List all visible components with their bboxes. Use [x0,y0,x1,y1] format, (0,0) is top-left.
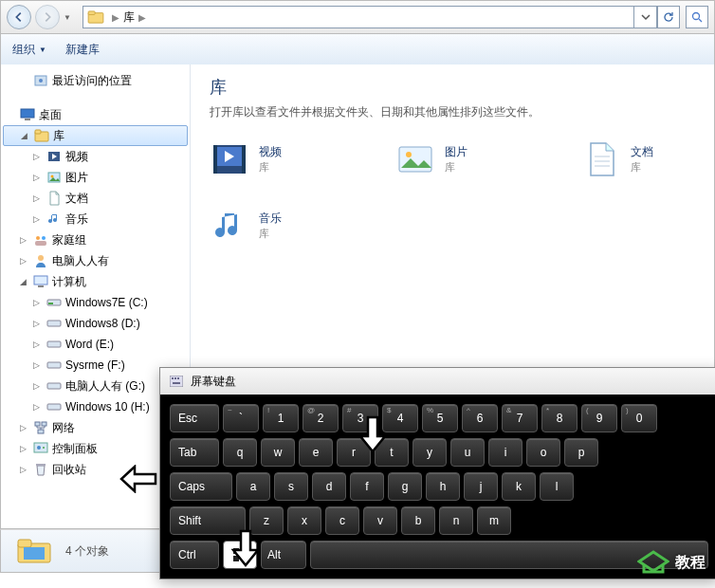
page-title: 库 [210,76,695,99]
svg-rect-38 [242,145,246,174]
key-c[interactable]: c [325,506,359,535]
svg-rect-46 [24,547,45,560]
key-a[interactable]: a [236,472,270,501]
key-4[interactable]: $4 [382,404,418,432]
arrow-right-icon [41,10,54,24]
annotation-arrow-left [119,465,157,493]
osk-titlebar[interactable]: 屏幕键盘 [160,368,715,395]
key-i[interactable]: i [488,438,522,467]
svg-rect-9 [35,130,41,134]
key-alt[interactable]: Alt [261,541,306,569]
key-0[interactable]: )0 [621,404,657,432]
refresh-button[interactable] [657,6,680,28]
tree-videos[interactable]: ▷ 视频 [1,146,190,167]
tree-recent-places[interactable]: 最近访问的位置 [1,70,190,91]
tree-desktop[interactable]: 桌面 [1,104,190,125]
key-ctrl[interactable]: Ctrl [170,541,219,569]
tree-documents[interactable]: ▷ 文档 [1,188,190,209]
key-n[interactable]: n [439,506,473,535]
expand-icon[interactable]: ◢ [20,277,29,286]
svg-rect-21 [48,303,53,304]
key-x[interactable]: x [287,506,321,535]
tree-library[interactable]: ◢ 库 [3,125,188,146]
key-2[interactable]: @2 [302,404,339,432]
key-7[interactable]: &7 [502,404,538,432]
nav-back-button[interactable] [7,5,31,29]
osk-title: 屏幕键盘 [191,374,236,390]
nav-history-dropdown[interactable]: ▼ [64,13,77,22]
key-backtick[interactable]: ~` [223,404,259,432]
new-library-button[interactable]: 新建库 [65,42,100,58]
key-esc[interactable]: Esc [170,404,219,432]
drive-icon [46,337,62,352]
svg-rect-51 [173,382,180,384]
expand-icon[interactable]: ▷ [33,152,43,161]
expand-icon[interactable]: ▷ [33,193,43,203]
music-library-icon [210,206,249,246]
expand-icon[interactable]: ▷ [20,256,29,266]
key-p[interactable]: p [564,438,598,467]
key-u[interactable]: u [450,438,485,467]
refresh-dropdown-button[interactable] [634,6,657,28]
library-item-music[interactable]: 音乐库 [210,206,282,246]
tree-drive-c[interactable]: ▷Windows7E (C:) [1,292,190,313]
key-j[interactable]: j [464,472,498,501]
key-m[interactable]: m [477,506,511,535]
svg-rect-22 [47,321,61,326]
svg-rect-29 [38,430,44,433]
drive-icon [46,378,62,394]
key-caps[interactable]: Caps [170,472,232,501]
svg-rect-33 [36,464,46,466]
key-1[interactable]: !1 [263,404,299,432]
key-e[interactable]: e [299,438,333,467]
user-icon [33,253,48,268]
library-item-documents[interactable]: 文档库 [581,139,653,179]
key-6[interactable]: ^6 [462,404,498,432]
key-5[interactable]: %5 [422,404,458,432]
key-tab[interactable]: Tab [170,438,219,467]
key-k[interactable]: k [502,472,536,501]
tree-computer[interactable]: ◢ 计算机 [1,271,190,292]
tree-user[interactable]: ▷ 电脑人人有 [1,250,190,271]
library-icon [87,10,104,24]
network-icon [33,420,48,435]
tree-homegroup[interactable]: ▷ 家庭组 [1,230,190,250]
chevron-down-icon [641,12,651,22]
svg-rect-19 [38,285,44,287]
breadcrumb-item[interactable]: 库 [123,9,135,26]
annotation-arrow-down-1 [358,415,387,453]
svg-point-15 [42,236,46,240]
nav-forward-button[interactable] [35,5,60,29]
key-s[interactable]: s [274,472,308,501]
key-b[interactable]: b [401,506,435,535]
key-q[interactable]: q [223,438,257,467]
key-l[interactable]: l [540,472,574,501]
address-bar[interactable]: ▶ 库 ▶ [82,6,634,28]
search-box[interactable] [686,6,708,28]
tree-music[interactable]: ▷ 音乐 [1,209,190,230]
svg-point-5 [39,79,43,83]
key-d[interactable]: d [312,472,346,501]
key-v[interactable]: v [363,506,397,535]
library-item-videos[interactable]: 视频库 [210,139,282,179]
svg-rect-47 [170,376,183,387]
expand-icon[interactable]: ▷ [20,235,29,245]
key-8[interactable]: *8 [541,404,578,432]
expand-icon[interactable]: ◢ [21,131,30,140]
svg-point-32 [43,447,45,449]
tree-drive-e[interactable]: ▷Word (E:) [1,334,190,355]
key-f[interactable]: f [350,472,384,501]
pictures-library-icon [395,139,435,179]
tree-drive-d[interactable]: ▷Windows8 (D:) [1,313,190,334]
expand-icon[interactable]: ▷ [33,214,43,224]
library-item-pictures[interactable]: 图片库 [395,139,468,179]
key-w[interactable]: w [261,438,295,467]
expand-icon[interactable]: ▷ [33,173,43,182]
key-9[interactable]: (9 [581,404,617,432]
organize-button[interactable]: 组织 ▼ [12,42,46,58]
tree-pictures[interactable]: ▷ 图片 [1,167,190,188]
key-h[interactable]: h [426,472,460,501]
key-o[interactable]: o [526,438,560,467]
key-y[interactable]: y [412,438,447,467]
key-g[interactable]: g [388,472,422,501]
